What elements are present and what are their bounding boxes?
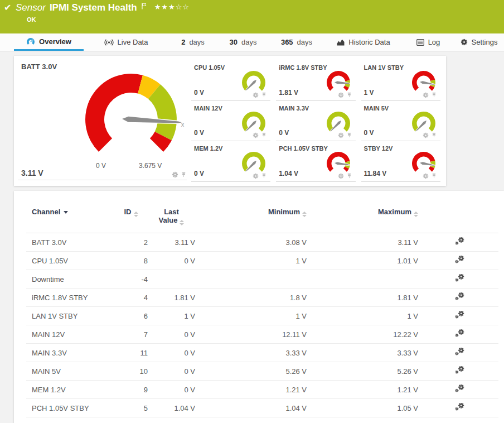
channel-settings-icon[interactable]: [455, 366, 464, 374]
channel-settings-icon[interactable]: [455, 292, 464, 301]
table-row: iRMC 1.8V STBY41.81 V1.8 V1.81 V: [26, 289, 498, 307]
primary-gauge: x̄: [72, 60, 190, 181]
pin-icon[interactable]: [261, 92, 267, 98]
channel-settings-icon[interactable]: [455, 274, 464, 282]
cell-channel: CPU 1.05V: [26, 252, 114, 270]
gear-icon[interactable]: [253, 132, 259, 138]
tab-live-data[interactable]: Live Data: [84, 33, 168, 51]
channel-settings-icon[interactable]: [455, 403, 464, 411]
cell-max: 3.33 V: [307, 344, 418, 362]
sort-icon: [134, 212, 138, 217]
channel-gauge-cell: PCH 1.05V STBY 1.04 V: [276, 141, 361, 182]
channel-gauge-cell: MEM 1.2V 0 V: [191, 141, 276, 182]
tab-days[interactable]: 2days: [168, 33, 217, 51]
tab-label: Overview: [39, 37, 71, 46]
channel-settings-icon[interactable]: [455, 348, 464, 356]
cell-min: 1.21 V: [195, 381, 307, 399]
pin-icon[interactable]: [261, 132, 267, 138]
gear-icon[interactable]: [253, 92, 259, 98]
cell-id: 7: [114, 325, 148, 344]
cell-channel: LAN 1V STBY: [26, 307, 114, 325]
primary-gauge-cell: BATT 3.0V x̄ 0 V 3.675 V 3.11 V: [14, 56, 191, 186]
object-kind-label: Sensor: [16, 2, 46, 13]
tab-label: Log: [428, 38, 440, 46]
column-header-min[interactable]: Minimum: [195, 191, 307, 233]
gear-icon[interactable]: [253, 173, 259, 179]
cell-id: 6: [114, 307, 148, 325]
pin-icon[interactable]: [431, 173, 437, 179]
cell-max: 12.22 V: [307, 325, 418, 344]
cell-min: 1.04 V: [195, 399, 307, 417]
primary-gauge-value: 3.11 V: [21, 169, 43, 177]
table-row: LAN 1V STBY61 V1 V1 V: [26, 307, 498, 325]
pin-icon[interactable]: [346, 132, 352, 138]
cell-last: 0 V: [148, 325, 195, 344]
cell-max: 1.81 V: [307, 289, 418, 307]
tab-label: Settings: [472, 38, 498, 46]
channel-gauge-cell: LAN 1V STBY 1 V: [361, 60, 446, 101]
channel-settings-icon[interactable]: [455, 384, 464, 393]
gauge-icon: [26, 37, 35, 46]
channel-settings-icon[interactable]: [455, 311, 464, 319]
channel-settings-icon[interactable]: [455, 237, 464, 246]
tab-settings[interactable]: Settings: [454, 33, 504, 51]
cell-max: 1.05 V: [307, 399, 418, 417]
pin-icon[interactable]: [181, 172, 187, 178]
cell-channel: MAIN 5V: [26, 362, 114, 381]
table-row: CPU 1.05V80 V1 V1.01 V: [26, 252, 498, 270]
tab-label: Live Data: [118, 38, 148, 46]
gear-icon[interactable]: [338, 173, 344, 179]
pin-icon[interactable]: [346, 92, 352, 98]
column-header-channel[interactable]: Channel: [26, 191, 114, 233]
pin-icon[interactable]: [346, 173, 352, 179]
channel-gauges-grid: CPU 1.05V 0 V iRMC 1.8V STBY 1.81 V LAN …: [191, 60, 446, 186]
channel-gauge-value: 0 V: [279, 129, 289, 137]
tab-days[interactable]: 365days: [269, 33, 324, 51]
cell-last: 1 V: [148, 307, 195, 325]
cell-last: 0 V: [148, 362, 195, 381]
tab-overview[interactable]: Overview: [14, 33, 84, 51]
tab-days[interactable]: 30days: [217, 33, 269, 51]
cell-id: 11: [114, 344, 148, 362]
tab-log[interactable]: Log: [403, 33, 454, 51]
tab-label: days: [241, 38, 256, 46]
channel-gauge-value: 1 V: [364, 89, 374, 97]
flag-icon[interactable]: [142, 3, 147, 9]
channel-gauge-title: iRMC 1.8V STBY: [279, 64, 327, 71]
column-header-last[interactable]: LastValue: [148, 191, 195, 233]
cell-min: [195, 270, 307, 289]
sort-icon: [302, 212, 307, 217]
pin-icon[interactable]: [431, 92, 437, 98]
gear-icon[interactable]: [338, 92, 344, 98]
tab-bar: OverviewLive Data2days30days365daysHisto…: [0, 33, 504, 51]
cell-channel: iRMC 1.8V STBY: [26, 289, 114, 307]
gear-icon[interactable]: [172, 171, 178, 178]
priority-stars[interactable]: ★★★☆☆: [154, 3, 190, 11]
channel-gauge-cell: iRMC 1.8V STBY 1.81 V: [276, 60, 361, 101]
column-header-id[interactable]: ID: [114, 191, 148, 233]
gauge-min-label: 0 V: [96, 162, 106, 170]
tab-historic-data[interactable]: Historic Data: [324, 33, 403, 51]
cell-channel: MEM 1.2V: [26, 381, 114, 399]
status-check-icon: ✔: [4, 2, 11, 13]
channel-settings-icon[interactable]: [455, 329, 464, 338]
gear-icon[interactable]: [338, 132, 344, 138]
table-row: PCH 1.05V STBY51.04 V1.04 V1.05 V: [26, 399, 498, 417]
channel-gauge-cell: STBY 12V 11.84 V: [361, 141, 446, 182]
gear-icon[interactable]: [423, 173, 429, 179]
pin-icon[interactable]: [261, 173, 267, 179]
gear-icon[interactable]: [423, 92, 429, 98]
table-row: MAIN 3.3V110 V3.33 V3.33 V: [26, 344, 498, 362]
channel-gauge-value: 11.84 V: [364, 170, 387, 177]
channel-gauge-title: CPU 1.05V: [194, 64, 225, 71]
gear-icon[interactable]: [423, 132, 429, 138]
table-row: MAIN 12V70 V12.11 V12.22 V: [26, 325, 498, 344]
channel-gauge-title: MAIN 3.3V: [279, 105, 309, 112]
column-header-max[interactable]: Maximum: [307, 191, 418, 233]
channel-settings-icon[interactable]: [455, 256, 464, 264]
pin-icon[interactable]: [431, 132, 437, 138]
cell-channel: MAIN 12V: [26, 325, 114, 344]
cell-id: 8: [114, 252, 148, 270]
channel-gauge-title: LAN 1V STBY: [364, 64, 404, 71]
channel-table-panel: ChannelIDLastValueMinimumMaximum BATT 3.…: [14, 191, 504, 423]
